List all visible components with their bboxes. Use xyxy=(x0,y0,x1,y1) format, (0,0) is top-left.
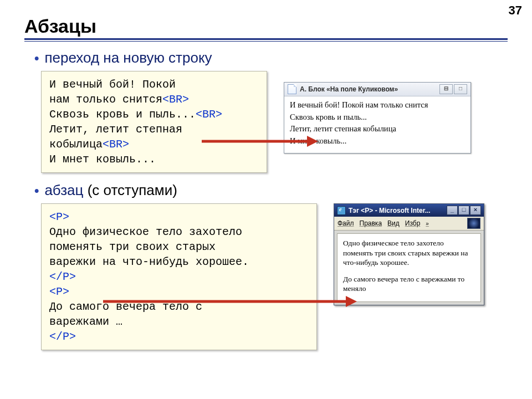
slide-title: Абзацы xyxy=(24,16,508,37)
bullet-newline: • переход на новую строку xyxy=(34,49,508,66)
window-title: А. Блок «На поле Куликовом» xyxy=(300,85,398,93)
bullet-newline-text: переход на новую строку xyxy=(44,49,212,66)
tag-br: <BR> xyxy=(162,93,189,106)
menu-edit[interactable]: Правка xyxy=(360,219,382,227)
code-box-br: И вечный бой! Покой нам только снится<BR… xyxy=(41,71,267,173)
tag-p-open: <P> xyxy=(49,285,69,298)
browser-body: И вечный бой! Покой нам только снится Ск… xyxy=(284,96,470,153)
preview-paragraph: До самого вечера тело с варежками то мен… xyxy=(343,274,475,294)
menu-view[interactable]: Вид xyxy=(387,219,400,227)
bullet-dot-icon: • xyxy=(34,184,39,197)
bullet-paragraph-word: абзац xyxy=(44,182,83,198)
bullet-paragraph: • абзац (с отступами) xyxy=(34,182,508,199)
page-icon xyxy=(288,84,296,94)
ie-icon xyxy=(337,206,346,215)
title-rule-thin xyxy=(24,41,508,42)
window-min-button[interactable]: ⊟ xyxy=(439,84,453,94)
code-line: варежками … xyxy=(49,315,122,328)
browser-preview-br: А. Блок «На поле Куликовом» ⊟ □ И вечный… xyxy=(284,82,471,154)
row-p-example: <P> Одно физическое тело захотело поменя… xyxy=(41,203,508,350)
code-box-p: <P> Одно физическое тело захотело поменя… xyxy=(41,203,317,350)
window-min-button[interactable]: _ xyxy=(447,206,458,215)
tag-p-close: </P> xyxy=(49,330,76,343)
window-max-button[interactable]: □ xyxy=(454,84,467,94)
window-max-button[interactable]: □ xyxy=(458,206,469,215)
window-titlebar: Тэг <P> - Microsoft Inter... _ □ × xyxy=(334,204,484,217)
window-title: Тэг <P> - Microsoft Inter... xyxy=(349,207,431,214)
code-line: поменять три своих старых xyxy=(49,241,216,253)
window-menubar: Файл Правка Вид Избр » xyxy=(334,217,484,231)
tag-br: <BR> xyxy=(196,108,222,121)
menu-file[interactable]: Файл xyxy=(337,219,354,227)
code-line: кобылица xyxy=(49,138,103,151)
bullet-paragraph-rest: (с отступами) xyxy=(83,182,177,198)
code-line: Летит, летит степная xyxy=(49,123,182,136)
code-line: До самого вечера тело с xyxy=(49,300,202,313)
window-close-button[interactable]: × xyxy=(470,206,481,215)
slide-content: Абзацы • переход на новую строку И вечны… xyxy=(0,0,532,350)
preview-line: Летит, летит степная кобылица xyxy=(290,124,465,135)
menu-fav[interactable]: Избр xyxy=(405,219,421,227)
slide-number: 37 xyxy=(509,3,522,18)
code-line: Сквозь кровь и пыль... xyxy=(49,108,196,121)
preview-line: Сквозь кровь и пыль... xyxy=(290,112,465,123)
code-line: нам только снится xyxy=(49,93,162,106)
window-titlebar: А. Блок «На поле Куликовом» ⊟ □ xyxy=(284,83,470,96)
preview-paragraph: Одно физическое тело захотело поменять т… xyxy=(343,238,475,268)
tag-p-close: </P> xyxy=(49,270,76,283)
row-br-example: И вечный бой! Покой нам только снится<BR… xyxy=(41,71,508,173)
menu-overflow-icon[interactable]: » xyxy=(426,221,429,227)
tag-p-open: <P> xyxy=(49,211,69,223)
tag-br: <BR> xyxy=(103,138,129,151)
preview-line: И вечный бой! Покой нам только снится xyxy=(290,100,465,111)
code-line: И мнет ковыль... xyxy=(49,153,156,166)
browser-body: Одно физическое тело захотело поменять т… xyxy=(337,233,481,302)
ie-throbber-icon xyxy=(467,218,480,229)
code-line: Одно физическое тело захотело xyxy=(49,226,242,238)
title-rule-thick xyxy=(24,38,508,40)
preview-line: И мнет ковыль... xyxy=(290,136,465,147)
code-line: варежки на что-нибудь хорошее. xyxy=(49,255,249,268)
code-line: И вечный бой! Покой xyxy=(49,78,176,91)
bullet-dot-icon: • xyxy=(34,52,39,65)
browser-preview-p: Тэг <P> - Microsoft Inter... _ □ × Файл … xyxy=(334,203,484,305)
